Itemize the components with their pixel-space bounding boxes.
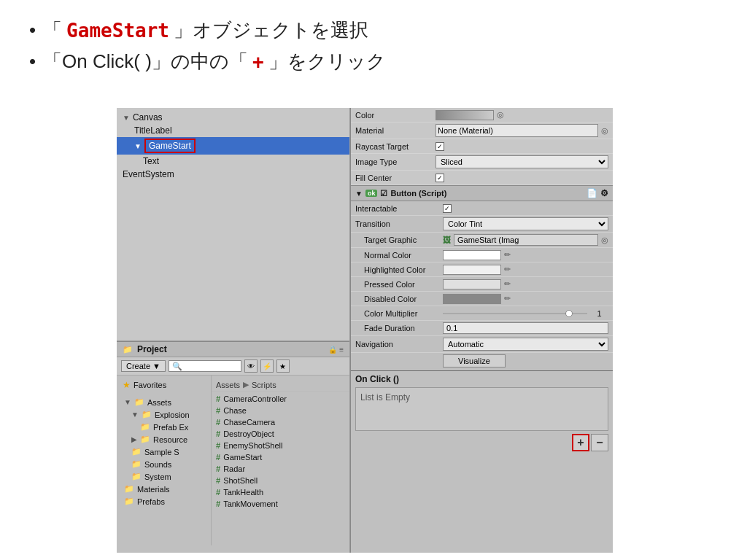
transition-row: Transition Color Tint <box>351 216 613 233</box>
project-toolbar: Create ▼ 👁 ⚡ ★ <box>117 357 349 376</box>
materials-folder[interactable]: 📁 Materials <box>120 483 211 495</box>
pressed-color-pencil[interactable]: ✏ <box>504 279 511 289</box>
fillcenter-checkbox[interactable]: ✓ <box>436 174 444 182</box>
highlighted-color-swatch[interactable] <box>443 265 501 275</box>
sounds-folder[interactable]: 📁 Sounds <box>120 458 211 470</box>
script-icon-6: # <box>216 453 220 462</box>
fade-duration-row: Fade Duration <box>351 321 613 336</box>
transition-label: Transition <box>355 219 443 228</box>
search-input[interactable] <box>169 360 241 372</box>
fillcenter-label: Fill Center <box>355 174 436 182</box>
imagetype-select[interactable]: Sliced <box>436 155 608 168</box>
script-tankhealth[interactable]: # TankHealth <box>212 486 349 498</box>
script-enemyshotshell[interactable]: # EnemyShotShell <box>212 440 349 451</box>
material-input[interactable] <box>436 124 598 137</box>
fade-duration-input[interactable] <box>443 322 608 334</box>
pressed-color-swatch[interactable] <box>443 279 501 289</box>
hierarchy-text[interactable]: Text <box>117 155 349 168</box>
script-cameracontroller[interactable]: # CameraController <box>212 393 349 405</box>
normal-color-pencil[interactable]: ✏ <box>504 250 511 260</box>
sample-folder[interactable]: 📁 Sample S <box>120 446 211 458</box>
materials-icon: 📁 <box>124 484 134 494</box>
transition-select[interactable]: Color Tint <box>443 217 608 230</box>
hierarchy-canvas[interactable]: ▼ Canvas <box>117 111 349 124</box>
breadcrumb-assets: Assets <box>216 381 240 389</box>
prefabs-label: Prefabs <box>137 497 165 506</box>
hierarchy-gamestart[interactable]: ▼ GameStart <box>117 137 349 155</box>
eventsystem-label: EventSystem <box>123 169 174 179</box>
breadcrumb: Assets ▶ Scripts <box>212 378 349 392</box>
raycast-value: ✓ <box>436 142 608 151</box>
resource-folder[interactable]: ▶ 📁 Resource <box>120 433 211 446</box>
resource-icon: 📁 <box>140 435 150 444</box>
assets-folder-icon: 📁 <box>134 397 144 407</box>
disabled-color-label: Disabled Color <box>355 295 443 303</box>
pressed-color-row: Pressed Color ✏ <box>351 277 613 292</box>
target-graphic-circle[interactable]: ◎ <box>601 236 608 245</box>
interactable-label: Interactable <box>355 204 443 213</box>
highlighted-color-value: ✏ <box>443 265 608 275</box>
toolbar-btn-3[interactable]: ★ <box>276 359 290 373</box>
onclick-plus-button[interactable]: + <box>572 434 589 451</box>
line2-suffix: 」をクリック <box>268 49 386 74</box>
gear-icon[interactable]: ⚙ <box>600 188 608 198</box>
raycast-checkbox[interactable]: ✓ <box>436 142 444 151</box>
color-circle-icon[interactable]: ◎ <box>497 110 504 120</box>
fade-duration-value <box>443 322 608 334</box>
navigation-select[interactable]: Automatic <box>443 338 608 351</box>
toolbar-btn-2[interactable]: ⚡ <box>260 359 274 373</box>
raycast-row: Raycast Target ✓ <box>351 139 613 154</box>
sample-icon: 📁 <box>131 447 142 456</box>
line1-suffix: 」オブジェクトを選択 <box>174 18 368 43</box>
system-icon: 📁 <box>131 472 142 481</box>
line1-prefix: 「 <box>43 18 62 43</box>
script-shotshell[interactable]: # ShotShell <box>212 475 349 486</box>
material-circle-icon[interactable]: ◎ <box>601 126 608 136</box>
material-row: Material ◎ <box>351 122 613 139</box>
prefabs-folder[interactable]: 📁 Prefabs <box>120 495 211 508</box>
imagetype-row: Image Type Sliced <box>351 154 613 171</box>
fillcenter-value: ✓ <box>436 174 608 182</box>
disabled-color-swatch[interactable] <box>443 294 501 304</box>
navigation-label: Navigation <box>355 340 443 349</box>
script-chase[interactable]: # Chase <box>212 405 349 416</box>
project-header: 📁 Project 🔒 ≡ <box>117 342 349 357</box>
script-gamestart[interactable]: # GameStart <box>212 451 349 463</box>
favorites-item[interactable]: ★ Favorites <box>117 378 211 392</box>
script-icon-7: # <box>216 464 220 473</box>
color-row: Color ◎ <box>351 108 613 122</box>
target-graphic-input[interactable] <box>454 234 598 246</box>
system-folder[interactable]: 📁 System <box>120 470 211 483</box>
script-radar[interactable]: # Radar <box>212 463 349 475</box>
project-right-panel: Assets ▶ Scripts # CameraController # Ch… <box>212 376 349 545</box>
interactable-checkbox[interactable]: ✓ <box>443 204 452 213</box>
color-multiplier-slider[interactable]: 1 <box>443 309 608 318</box>
create-button[interactable]: Create ▼ <box>121 360 166 372</box>
toolbar-btn-1[interactable]: 👁 <box>244 359 258 373</box>
interactable-value: ✓ <box>443 204 608 213</box>
page-icon[interactable]: 📄 <box>587 188 597 198</box>
explosion-folder[interactable]: ▼ 📁 Explosion <box>120 408 211 421</box>
visualize-row: Visualize <box>351 353 613 370</box>
slider-value: 1 <box>590 309 608 318</box>
assets-label: Assets <box>147 398 171 407</box>
script-chasecamera[interactable]: # ChaseCamera <box>212 416 349 428</box>
project-section: 📁 Project 🔒 ≡ Create ▼ 👁 ⚡ ★ ★ Favorites <box>117 341 349 553</box>
pressed-color-value: ✏ <box>443 279 608 289</box>
normal-color-swatch[interactable] <box>443 250 501 260</box>
onclick-minus-button[interactable]: − <box>591 434 608 451</box>
script-tankmovement[interactable]: # TankMovement <box>212 498 349 510</box>
visualize-button[interactable]: Visualize <box>443 354 506 368</box>
prefab-ex-folder[interactable]: 📁 Prefab Ex <box>120 421 211 433</box>
disabled-color-pencil[interactable]: ✏ <box>504 294 511 303</box>
highlighted-color-pencil[interactable]: ✏ <box>504 265 511 274</box>
hierarchy-titlelabel[interactable]: TitleLabel <box>117 124 349 137</box>
color-swatch[interactable] <box>436 110 494 120</box>
highlighted-color-row: Highlighted Color ✏ <box>351 262 613 277</box>
normal-color-value: ✏ <box>443 250 608 260</box>
assets-root[interactable]: ▼ 📁 Assets <box>120 396 211 408</box>
normal-color-label: Normal Color <box>355 251 443 260</box>
button-section-checkbox[interactable]: ☑ <box>380 189 387 198</box>
hierarchy-eventsystem[interactable]: EventSystem <box>117 168 349 181</box>
script-destroyobject[interactable]: # DestroyObject <box>212 428 349 440</box>
